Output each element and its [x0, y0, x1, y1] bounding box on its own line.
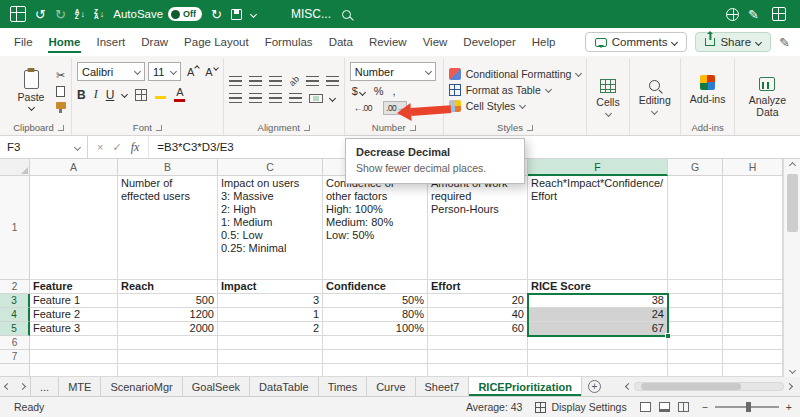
paste-button[interactable]: Paste [11, 59, 51, 120]
cell[interactable] [118, 364, 218, 377]
enter-icon[interactable]: ✓ [112, 141, 121, 154]
cut-icon[interactable]: ✂ [56, 70, 66, 81]
decrease-indent-icon[interactable] [306, 76, 319, 86]
insert-function-icon[interactable]: fx [131, 140, 140, 155]
column-header-h[interactable]: H [723, 159, 783, 176]
orientation-icon[interactable]: ab [287, 74, 301, 88]
tab-formulas[interactable]: Formulas [257, 31, 321, 53]
tab-draw[interactable]: Draw [133, 31, 176, 53]
copy-icon[interactable] [56, 86, 65, 97]
tab-file[interactable]: File [6, 31, 41, 53]
cell-styles-button[interactable]: Cell Styles [449, 100, 582, 112]
cell[interactable] [723, 176, 783, 280]
sort-ascending-icon[interactable]: AZ↓ [75, 9, 85, 20]
underline-chevron-icon[interactable] [121, 91, 128, 98]
grow-font-button[interactable]: A [187, 66, 199, 78]
search-icon[interactable] [342, 10, 351, 19]
borders-icon[interactable] [135, 89, 147, 101]
cell[interactable]: 67 [528, 322, 668, 336]
sheet-tab-riceprioritization[interactable]: RICEPrioritization [469, 377, 582, 396]
conditional-formatting-button[interactable]: Conditional Formatting [449, 68, 582, 80]
dialog-launcher-icon[interactable] [527, 125, 533, 131]
cell[interactable] [218, 336, 323, 350]
sheet-nav-left-icon[interactable] [0, 377, 15, 396]
tab-view[interactable]: View [415, 31, 456, 53]
cell[interactable]: Reach*Impact*Confidence/ Effort [528, 176, 668, 280]
new-sheet-button[interactable]: + [582, 377, 607, 396]
addins-button[interactable]: Add-ins [686, 59, 730, 120]
cell[interactable] [668, 364, 723, 377]
sheet-tab-times[interactable]: Times [319, 377, 368, 396]
sheet-nav-right-icon[interactable] [15, 377, 30, 396]
cell[interactable] [30, 336, 118, 350]
tab-data[interactable]: Data [321, 31, 361, 53]
cell[interactable] [30, 364, 118, 377]
cell[interactable]: 1200 [118, 308, 218, 322]
row-header[interactable]: 4 [0, 308, 30, 322]
pencil-icon[interactable]: ✎ [748, 8, 759, 21]
scroll-up-icon[interactable] [788, 162, 795, 169]
row-header[interactable]: 5 [0, 322, 30, 336]
cell[interactable]: Feature 2 [30, 308, 118, 322]
save-icon[interactable] [231, 9, 242, 20]
cell[interactable]: Amount of work required Person-Hours [428, 176, 528, 280]
zoom-out-icon[interactable]: − [702, 401, 708, 413]
row-header[interactable]: 1 [0, 176, 30, 280]
cell[interactable] [723, 350, 783, 364]
zoom-slider-thumb[interactable] [746, 402, 751, 412]
scroll-down-icon[interactable] [788, 367, 795, 374]
cell[interactable]: Impact on users 3: Massive 2: High 1: Me… [218, 176, 323, 280]
cell[interactable]: 500 [118, 294, 218, 308]
column-header-b[interactable]: B [118, 159, 218, 176]
select-all-corner[interactable] [0, 159, 30, 176]
fill-color-button[interactable] [155, 90, 166, 99]
row-header[interactable]: 2 [0, 280, 30, 294]
percent-style-button[interactable]: % [374, 85, 384, 97]
cell[interactable] [528, 336, 668, 350]
cell[interactable] [723, 280, 783, 294]
undo-icon[interactable]: ↺ [35, 8, 46, 21]
scrollbar-thumb[interactable] [641, 383, 741, 390]
cell[interactable] [723, 364, 783, 377]
cell[interactable]: 100% [323, 322, 428, 336]
cell[interactable]: Reach [118, 280, 218, 294]
horizontal-scrollbar[interactable] [618, 377, 800, 396]
zoom-in-icon[interactable]: + [786, 401, 792, 413]
cell[interactable]: RICE Score [528, 280, 668, 294]
column-header-c[interactable]: C [218, 159, 323, 176]
dialog-launcher-icon[interactable] [304, 125, 310, 131]
cell[interactable] [668, 308, 723, 322]
merge-center-icon[interactable] [309, 94, 323, 103]
cells-button[interactable]: Cells [592, 59, 623, 135]
cell[interactable] [668, 294, 723, 308]
normal-view-icon[interactable] [640, 402, 651, 412]
tab-help[interactable]: Help [524, 31, 564, 53]
cell[interactable]: 3 [218, 294, 323, 308]
cell[interactable]: Impact [218, 280, 323, 294]
apps-grid-icon[interactable] [772, 7, 786, 21]
tab-home[interactable]: Home [41, 31, 89, 53]
cell[interactable]: Effort [428, 280, 528, 294]
align-bottom-icon[interactable] [269, 76, 282, 86]
cell[interactable]: 20 [428, 294, 528, 308]
tab-developer[interactable]: Developer [455, 31, 523, 53]
name-box[interactable]: F3 [0, 136, 88, 158]
font-size-select[interactable]: 11 [148, 62, 181, 81]
cell[interactable]: Confidence of other factors High: 100% M… [323, 176, 428, 280]
cell[interactable]: 1 [218, 308, 323, 322]
sheet-tab-datatable[interactable]: DataTable [250, 377, 319, 396]
scroll-left-icon[interactable] [625, 383, 632, 390]
align-right-icon[interactable] [269, 93, 282, 103]
increase-indent-icon[interactable] [326, 76, 339, 86]
cell[interactable] [668, 322, 723, 336]
cell[interactable]: Feature 3 [30, 322, 118, 336]
cell[interactable]: Feature [30, 280, 118, 294]
globe-icon[interactable] [726, 8, 739, 21]
underline-button[interactable]: U [106, 88, 115, 102]
cell[interactable] [218, 364, 323, 377]
cell[interactable] [668, 336, 723, 350]
cell[interactable] [723, 336, 783, 350]
scroll-right-icon[interactable] [786, 383, 793, 390]
cell[interactable] [118, 350, 218, 364]
sheet-tab-overflow[interactable]: ... [30, 377, 59, 396]
